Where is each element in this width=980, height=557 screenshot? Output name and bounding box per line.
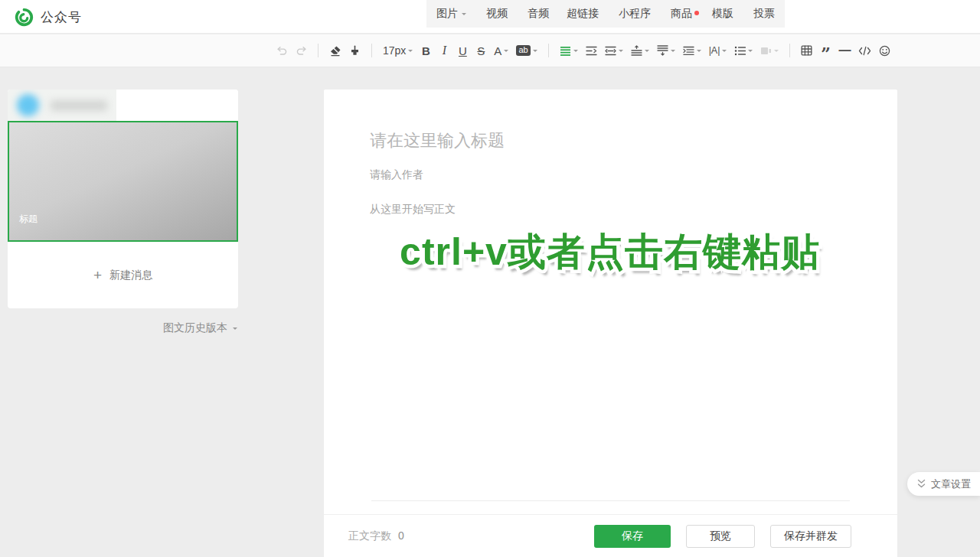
brand-home-link[interactable]: 公众号 [14, 0, 82, 34]
chevron-down-icon [619, 50, 623, 54]
new-message-label: 新建消息 [109, 269, 152, 282]
new-message-button[interactable]: + 新建消息 [8, 242, 238, 308]
undo-icon [276, 45, 288, 56]
chevron-down-icon [233, 327, 237, 332]
toolbar-separator [789, 44, 790, 57]
disabled-block-icon [760, 46, 772, 56]
menu-item-image[interactable]: 图片 [426, 7, 476, 21]
account-info-blurred [8, 90, 116, 121]
underline-button[interactable]: U [453, 40, 472, 61]
eraser-icon [329, 45, 341, 57]
word-count-value: 0 [398, 529, 404, 543]
content-end-divider [371, 500, 850, 501]
line-spacing-button[interactable] [653, 40, 679, 61]
table-icon [801, 45, 812, 56]
hr-glyph: — [838, 44, 851, 57]
list-button[interactable] [730, 40, 756, 61]
menu-item-video[interactable]: 视频 [476, 7, 518, 21]
strikethrough-button[interactable]: S [472, 40, 490, 61]
message-sidebar: 标题 + 新建消息 图文历史版本 [8, 90, 238, 335]
insert-table-button[interactable] [797, 40, 816, 61]
paste-hint-annotation: ctrl+v或者点击右键粘贴 ctrl+v或者点击右键粘贴 [370, 227, 850, 277]
letter-spacing-button[interactable]: |A| [705, 40, 731, 61]
toolbar-separator [371, 44, 372, 57]
quote-glyph: ” [821, 50, 831, 57]
toolbar-separator [318, 44, 318, 57]
editor-content: 请在这里输入标题 请输入作者 从这里开始写正文 ctrl+v或者点击右键粘贴 c… [324, 90, 897, 514]
insert-extra-menu: 超链接 小程序 商品 模版 投票 [557, 0, 785, 28]
account-avatar [17, 94, 39, 116]
disabled-format-button[interactable] [756, 40, 782, 61]
body-input[interactable]: 从这里开始写正文 [370, 203, 850, 217]
strikethrough-glyph: S [477, 44, 485, 57]
article-card-title: 标题 [19, 213, 38, 226]
article-card-selected[interactable]: 标题 [8, 121, 238, 242]
chevron-down-icon [748, 50, 753, 54]
redo-button[interactable] [292, 40, 311, 61]
font-size-value: 17px [383, 44, 406, 57]
font-size-select[interactable]: 17px [379, 40, 416, 61]
menu-item-vote[interactable]: 投票 [743, 7, 785, 21]
menu-item-miniprogram[interactable]: 小程序 [609, 7, 661, 21]
insert-code-button[interactable] [854, 40, 875, 61]
wechat-mp-editor: 公众号 图片 视频 音频 超链接 小程序 商品 [0, 0, 980, 557]
chevron-down-icon [504, 50, 508, 54]
article-settings-button[interactable]: 文章设置 [907, 472, 980, 496]
menu-item-product-label: 商品 [671, 7, 692, 21]
emoji-smile-icon [879, 45, 890, 57]
align-left-button[interactable] [582, 40, 601, 61]
menu-item-template[interactable]: 模版 [702, 7, 743, 21]
chevron-down-icon [722, 50, 727, 54]
account-name-blurred [51, 100, 107, 111]
plus-icon: + [93, 268, 102, 282]
italic-glyph: I [443, 44, 446, 57]
chevron-down-icon [462, 13, 466, 18]
indent-icon [683, 46, 694, 56]
align-center-icon [605, 46, 616, 56]
code-icon [858, 46, 871, 56]
indent-button[interactable] [679, 40, 705, 61]
chevron-down-icon [774, 50, 779, 54]
paste-hint-text: ctrl+v或者点击右键粘贴 [370, 227, 850, 277]
format-painter-button[interactable] [345, 40, 364, 61]
title-input[interactable]: 请在这里输入标题 [370, 129, 850, 152]
save-and-broadcast-button[interactable]: 保存并群发 [770, 525, 851, 548]
menu-item-video-label: 视频 [486, 7, 508, 21]
highlight-glyph: ab [516, 45, 530, 56]
toolbar-separator [548, 44, 549, 57]
bold-button[interactable]: B [416, 40, 435, 61]
space-before-button[interactable] [627, 40, 653, 61]
article-settings-label: 文章设置 [931, 477, 971, 491]
horizontal-rule-button[interactable]: — [835, 40, 854, 61]
author-input[interactable]: 请输入作者 [370, 168, 850, 182]
alignment-button[interactable] [601, 40, 627, 61]
menu-item-miniprogram-label: 小程序 [619, 7, 651, 21]
highlight-color-button[interactable]: ab [512, 40, 541, 61]
bold-glyph: B [422, 44, 430, 57]
preview-button[interactable]: 预览 [686, 525, 755, 548]
menu-item-audio[interactable]: 音频 [518, 7, 559, 21]
clear-format-button[interactable] [325, 40, 345, 61]
history-versions-label: 图文历史版本 [163, 321, 227, 335]
word-count: 正文字数 0 [348, 529, 404, 543]
align-left-icon [586, 46, 597, 56]
redo-icon [296, 45, 307, 56]
chevron-down-icon [533, 50, 537, 54]
account-header [8, 90, 238, 121]
undo-button[interactable] [273, 40, 292, 61]
new-feature-badge [694, 11, 699, 15]
emoji-button[interactable] [875, 40, 894, 61]
editor-panel: 请在这里输入标题 请输入作者 从这里开始写正文 ctrl+v或者点击右键粘贴 c… [324, 90, 897, 557]
blockquote-button[interactable]: ” [816, 40, 835, 61]
format-toolbar: 17px B I U S A ab [0, 34, 980, 67]
font-color-button[interactable]: A [490, 40, 512, 61]
insert-media-menu: 图片 视频 音频 [426, 0, 559, 28]
save-button[interactable]: 保存 [594, 525, 671, 548]
menu-item-hyperlink[interactable]: 超链接 [557, 7, 609, 21]
menu-item-product[interactable]: 商品 [661, 7, 702, 21]
italic-button[interactable]: I [435, 40, 453, 61]
paragraph-style-button[interactable] [556, 40, 582, 61]
history-versions-button[interactable]: 图文历史版本 [8, 321, 238, 335]
green-lines-icon [560, 46, 571, 56]
chevron-down-icon [645, 50, 649, 54]
